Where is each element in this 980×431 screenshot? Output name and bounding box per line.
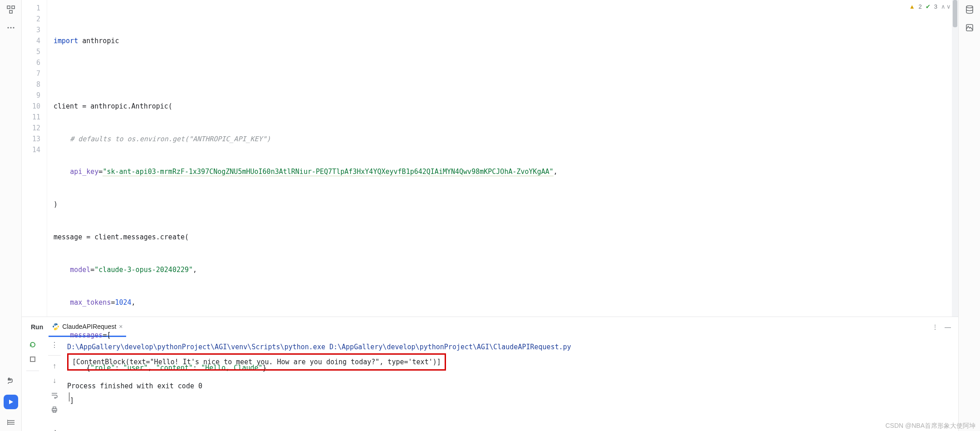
console-cursor bbox=[67, 391, 953, 402]
checkmark-icon[interactable]: ✔ bbox=[926, 4, 931, 10]
warning-count: 2 bbox=[919, 4, 922, 10]
services-icon[interactable] bbox=[6, 417, 16, 427]
ai-assistant-icon[interactable] bbox=[965, 23, 975, 33]
svg-point-6 bbox=[9, 378, 10, 379]
scrollbar-thumb[interactable] bbox=[953, 0, 957, 27]
svg-rect-1 bbox=[12, 6, 15, 9]
inspection-widget[interactable]: ▲2 ✔3 ∧∨ bbox=[909, 4, 951, 10]
svg-rect-2 bbox=[10, 10, 12, 13]
next-highlight-icon[interactable]: ∨ bbox=[946, 4, 951, 10]
console-command-line: D:\AppGallery\develop\pythonProject\AGI\… bbox=[67, 342, 953, 352]
left-tool-stripe bbox=[0, 0, 22, 431]
stop-icon[interactable] bbox=[29, 355, 37, 363]
run-body: ⋮ ↑ ↓ D:\AppGallery\develop\pythonProjec… bbox=[22, 337, 958, 431]
run-toolwindow-title[interactable]: Run bbox=[25, 323, 49, 331]
console-exit-line: Process finished with exit code 0 bbox=[67, 381, 953, 391]
structure-icon[interactable] bbox=[6, 5, 16, 15]
svg-point-12 bbox=[966, 6, 973, 8]
svg-point-4 bbox=[10, 27, 11, 28]
right-tool-stripe bbox=[958, 0, 980, 431]
python-console-icon[interactable] bbox=[6, 377, 16, 386]
rerun-icon[interactable] bbox=[29, 341, 37, 349]
svg-point-5 bbox=[13, 27, 14, 28]
warning-icon[interactable]: ▲ bbox=[909, 4, 915, 10]
editor[interactable]: 1234567891011121314 import anthropic cli… bbox=[22, 0, 958, 317]
run-side-controls-col1 bbox=[22, 337, 44, 431]
main-area: 1234567891011121314 import anthropic cli… bbox=[22, 0, 958, 431]
ok-count: 3 bbox=[934, 4, 937, 10]
more-icon[interactable] bbox=[6, 23, 16, 33]
console-output[interactable]: D:\AppGallery\develop\pythonProject\AGI\… bbox=[65, 337, 958, 431]
svg-rect-0 bbox=[7, 6, 10, 9]
svg-point-3 bbox=[7, 27, 9, 28]
prev-highlight-icon[interactable]: ∧ bbox=[941, 4, 946, 10]
database-icon[interactable] bbox=[965, 5, 975, 15]
current-line-highlight bbox=[47, 112, 958, 123]
editor-scrollbar[interactable] bbox=[952, 0, 958, 317]
run-button[interactable] bbox=[4, 395, 18, 409]
line-number-gutter: 1234567891011121314 bbox=[22, 0, 47, 317]
code-area[interactable]: import anthropic client = anthropic.Anth… bbox=[47, 0, 958, 317]
highlighted-output: [ContentBlock(text="Hello! It's nice to … bbox=[67, 353, 446, 371]
